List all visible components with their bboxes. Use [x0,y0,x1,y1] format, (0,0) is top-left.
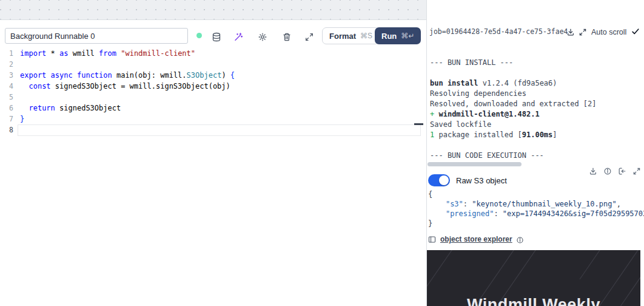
code-text [20,124,24,135]
line-number: 3 [0,70,13,81]
run-shortcut: ⌘↵ [401,32,414,40]
log-line: bun install v1.2.4 (fd9a5ea6) [430,78,644,89]
code-text [20,59,24,70]
log-line: Saved lockfile [430,120,644,130]
s3-image-preview: Windmill Weekly [427,250,640,306]
log-line: --- BUN INSTALL --- [430,58,644,68]
runnable-name-input[interactable] [5,28,188,44]
raw-s3-toggle-row: Raw S3 object [428,174,507,187]
code-line[interactable]: 6 return signedS3Object [0,103,426,114]
open-drawer-icon[interactable] [617,166,626,175]
raw-s3-toggle-label[interactable]: Raw S3 object [456,176,507,185]
raw-s3-toggle[interactable] [428,174,450,186]
line-number: 5 [0,92,13,103]
format-button[interactable]: Format ⌘S [322,27,380,44]
code-line[interactable]: 8 [0,124,426,135]
line-number: 8 [0,124,13,135]
script-editor-pane: Format ⌘S Run ⌘↵ 1import * as wmill from… [0,0,426,306]
json-line: "presigned": "exp=1744943426&sig=7f05d29… [428,209,644,219]
json-line: { [428,189,644,199]
code-text: import * as wmill from "windmill-client" [20,48,195,59]
code-text [20,92,24,103]
code-line[interactable]: 2 [0,59,426,70]
info-icon[interactable] [603,166,612,175]
panel-left-icon [428,235,437,243]
run-button[interactable]: Run ⌘↵ [375,27,421,44]
object-store-link-row: object store explorer [428,234,524,244]
preview-title-text: Windmill Weekly [427,296,640,306]
log-line: 1 package installed [91.00ms] [430,130,644,140]
trash-icon[interactable] [281,32,292,42]
editor-toolbar: Format ⌘S Run ⌘↵ [0,20,426,48]
log-line: + windmill-client@1.482.1 [430,109,644,120]
code-line[interactable]: 1import * as wmill from "windmill-client… [0,48,426,59]
job-header: job=01964428-7e5d-4a47-ce75-3fae4 Auto s… [427,27,644,38]
json-line: } [428,219,644,228]
database-icon[interactable] [211,32,222,42]
code-text: } [20,114,24,124]
result-json-viewer: { "s3": "keynote/thumbnail_weekly_10.png… [428,189,644,228]
code-text: const signedS3Object = wmill.signS3Objec… [20,81,230,92]
expand-icon[interactable] [304,32,315,42]
line-number: 7 [0,114,13,124]
object-store-explorer-link[interactable]: object store explorer [440,235,512,243]
format-label: Format [329,32,356,41]
output-pane: job=01964428-7e5d-4a47-ce75-3fae4 Auto s… [427,0,644,306]
log-line: Resolved, downloaded and extracted [2] [430,99,644,109]
code-editor[interactable]: 1import * as wmill from "windmill-client… [0,48,426,306]
code-text: return signedS3Object [20,103,121,114]
fullscreen-logs-icon[interactable] [578,27,587,36]
fullscreen-result-icon[interactable] [632,166,641,175]
code-line[interactable]: 3export async function main(obj: wmill.S… [0,70,426,81]
format-shortcut: ⌘S [360,32,372,40]
settings-gear-icon[interactable] [257,32,268,42]
checkmark-icon[interactable] [631,27,640,36]
horizontal-scrollbar[interactable] [428,162,522,166]
log-line [430,140,644,151]
overview-ruler-cursor-mark [414,123,423,125]
app-canvas-dotted-grid [0,0,426,20]
line-number: 1 [0,48,13,59]
status-dot-icon [196,33,202,38]
line-number: 4 [0,81,13,92]
code-line[interactable]: 4 const signedS3Object = wmill.signS3Obj… [0,81,426,92]
run-label: Run [381,32,397,41]
code-text: export async function main(obj: wmill.S3… [20,70,235,81]
log-line [430,68,644,78]
code-line[interactable]: 7} [0,114,426,124]
line-number: 6 [0,103,13,114]
line-number: 2 [0,59,13,70]
json-line: "s3": "keynote/thumbnail_weekly_10.png", [428,199,644,209]
log-line: Resolving dependencies [430,89,644,99]
job-id-label: job=01964428-7e5d-4a47-ce75-3fae4 [429,27,568,36]
download-logs-icon[interactable] [566,27,575,36]
toggle-knob [439,175,449,185]
ai-wand-icon[interactable] [233,32,244,42]
download-result-icon[interactable] [588,166,597,175]
auto-scroll-label[interactable]: Auto scroll [591,28,626,36]
log-line: --- BUN CODE EXECUTION --- [430,151,644,161]
code-line[interactable]: 5 [0,92,426,103]
log-output: --- BUN INSTALL --- bun install v1.2.4 (… [430,58,644,161]
info-icon[interactable] [516,236,524,243]
